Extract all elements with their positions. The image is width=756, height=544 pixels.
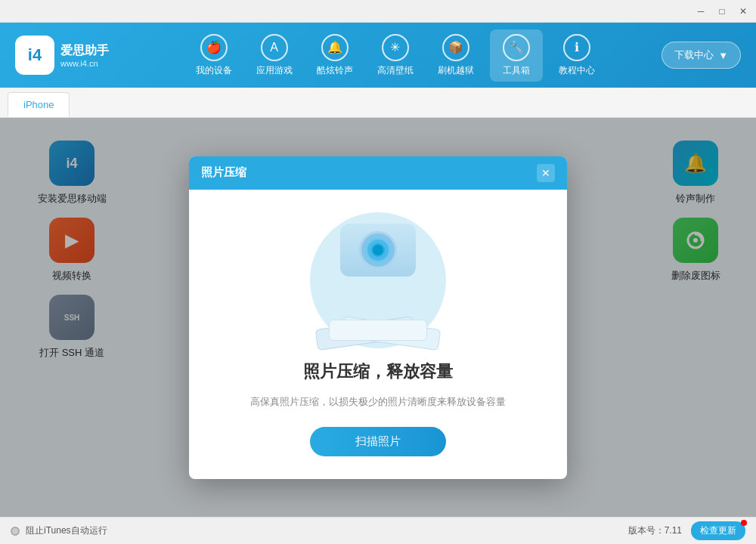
- modal-subtitle: 高保真照片压缩，以损失极少的照片清晰度来释放设备容量: [250, 395, 506, 409]
- download-arrow-icon: ▼: [718, 50, 728, 61]
- nav-bar: 🍎 我的设备 A 应用游戏 🔔 酷炫铃声 ✳ 高清壁纸 📦 刷机越狱 🔧 工具箱…: [136, 29, 654, 82]
- logo-text: 爱思助手 www.i4.cn: [60, 43, 109, 68]
- modal-main-title: 照片压缩，释放容量: [303, 360, 453, 383]
- apps-icon: A: [261, 34, 288, 61]
- photo-compress-modal: 照片压缩 ✕: [189, 156, 567, 479]
- nav-wallpaper[interactable]: ✳ 高清壁纸: [369, 29, 422, 82]
- jailbreak-icon: 📦: [442, 34, 469, 61]
- toolbox-icon: 🔧: [503, 34, 530, 61]
- camera-lens-outer: [359, 231, 397, 269]
- modal-header: 照片压缩 ✕: [189, 156, 567, 190]
- tab-iphone[interactable]: iPhone: [8, 92, 70, 117]
- brand-url: www.i4.cn: [60, 59, 109, 68]
- ringtones-label: 酷炫铃声: [317, 64, 353, 77]
- header: i4 爱思助手 www.i4.cn 🍎 我的设备 A 应用游戏 🔔 酷炫铃声 ✳…: [0, 23, 756, 88]
- nav-tutorials[interactable]: ℹ 教程中心: [550, 29, 603, 82]
- wallpaper-icon: ✳: [382, 34, 409, 61]
- nav-jailbreak[interactable]: 📦 刷机越狱: [429, 29, 482, 82]
- statusbar-right: 版本号：7.11 检查更新: [628, 521, 745, 540]
- itunes-dot-icon: [11, 527, 20, 536]
- wallpaper-label: 高清壁纸: [377, 64, 414, 77]
- version-label: 版本号：7.11: [628, 524, 682, 537]
- statusbar-left: 阻止iTunes自动运行: [11, 524, 107, 537]
- logo-icon: i4: [15, 36, 54, 75]
- itunes-status-text: 阻止iTunes自动运行: [26, 524, 107, 537]
- main-content: i4 安装爱思移动端 ▶ 视频转换 SSH 打开 SSH 通道 🔔 铃声制作: [0, 118, 756, 517]
- nav-ringtones[interactable]: 🔔 酷炫铃声: [308, 29, 361, 82]
- my-device-icon: 🍎: [200, 34, 228, 61]
- camera-lens-inner: [371, 243, 385, 257]
- my-device-label: 我的设备: [196, 64, 232, 77]
- check-update-button[interactable]: 检查更新: [691, 521, 745, 540]
- tutorials-icon: ℹ: [563, 34, 590, 61]
- status-bar: 阻止iTunes自动运行 版本号：7.11 检查更新: [0, 517, 756, 544]
- brand-name: 爱思助手: [60, 43, 109, 59]
- camera-lens-mid: [365, 237, 391, 263]
- modal-close-button[interactable]: ✕: [537, 164, 555, 182]
- tab-bar: iPhone: [0, 88, 756, 118]
- scan-photos-button[interactable]: 扫描照片: [310, 427, 446, 456]
- ringtones-icon: 🔔: [321, 34, 349, 61]
- apps-label: 应用游戏: [256, 64, 293, 77]
- maximize-button[interactable]: □: [712, 4, 732, 19]
- download-center-button[interactable]: 下载中心 ▼: [662, 42, 741, 69]
- modal-body: 照片压缩，释放容量 高保真照片压缩，以损失极少的照片清晰度来释放设备容量 扫描照…: [189, 190, 567, 479]
- update-notification-dot: [741, 520, 747, 526]
- modal-overlay: 照片压缩 ✕: [0, 118, 756, 517]
- title-bar: ─ □ ✕: [0, 0, 756, 23]
- camera-body: [340, 224, 416, 277]
- jailbreak-label: 刷机越狱: [438, 64, 474, 77]
- nav-my-device[interactable]: 🍎 我的设备: [187, 29, 240, 82]
- minimize-button[interactable]: ─: [691, 4, 711, 19]
- toolbox-label: 工具箱: [503, 64, 530, 77]
- camera-illustration: [302, 212, 454, 348]
- logo-area: i4 爱思助手 www.i4.cn: [15, 36, 113, 75]
- close-button[interactable]: ✕: [733, 4, 753, 19]
- tutorials-label: 教程中心: [559, 64, 595, 77]
- nav-toolbox[interactable]: 🔧 工具箱: [490, 29, 543, 82]
- modal-title: 照片压缩: [201, 165, 246, 180]
- nav-apps[interactable]: A 应用游戏: [248, 29, 301, 82]
